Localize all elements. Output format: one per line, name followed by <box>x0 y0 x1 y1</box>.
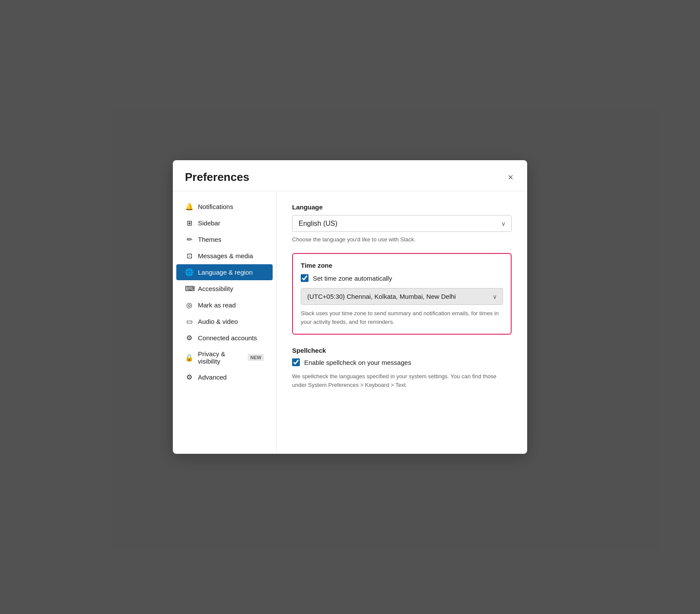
sidebar-item-themes[interactable]: ✏ Themes <box>176 231 273 247</box>
timezone-title: Time zone <box>301 262 503 269</box>
sidebar-label-privacy-visibility: Privacy & visibility <box>198 350 242 365</box>
preferences-modal: Preferences × 🔔 Notifications ⊞ Sidebar … <box>173 160 527 454</box>
sidebar-item-sidebar[interactable]: ⊞ Sidebar <box>176 215 273 231</box>
spellcheck-label[interactable]: Enable spellcheck on your messages <box>304 359 411 366</box>
sidebar-item-advanced[interactable]: ⚙ Advanced <box>176 369 273 385</box>
timezone-select-wrapper: (UTC+05:30) Chennai, Kolkata, Mumbai, Ne… <box>301 288 503 305</box>
sidebar-label-themes: Themes <box>198 236 221 243</box>
sidebar-label-connected-accounts: Connected accounts <box>198 334 257 342</box>
timezone-hint: Slack uses your time zone to send summar… <box>301 309 503 326</box>
sidebar-label-notifications: Notifications <box>198 203 233 210</box>
spellcheck-section: Spellcheck Enable spellcheck on your mes… <box>292 347 512 389</box>
mark-read-icon: ◎ <box>185 301 194 309</box>
sidebar-item-accessibility[interactable]: ⌨ Accessibility <box>176 281 273 297</box>
main-content: Language English (US) English (UK) Franç… <box>277 191 527 454</box>
sidebar-label-accessibility: Accessibility <box>198 285 233 292</box>
modal-body: 🔔 Notifications ⊞ Sidebar ✏ Themes ⊡ Mes… <box>173 191 527 454</box>
sidebar-item-messages-media[interactable]: ⊡ Messages & media <box>176 248 273 264</box>
spellcheck-hint: We spellcheck the languages specified in… <box>292 372 512 389</box>
sidebar-icon: ⊞ <box>185 219 194 227</box>
modal-overlay: Preferences × 🔔 Notifications ⊞ Sidebar … <box>0 0 700 614</box>
auto-timezone-checkbox[interactable] <box>301 274 309 282</box>
themes-icon: ✏ <box>185 235 194 244</box>
language-select[interactable]: English (US) English (UK) Français Deuts… <box>292 215 512 232</box>
bell-icon: 🔔 <box>185 203 194 211</box>
spellcheck-checkbox[interactable] <box>292 358 300 366</box>
sidebar-label-messages-media: Messages & media <box>198 252 253 260</box>
language-hint: Choose the language you'd like to use wi… <box>292 236 512 243</box>
auto-timezone-label[interactable]: Set time zone automatically <box>313 275 392 282</box>
sidebar-label-advanced: Advanced <box>198 373 227 381</box>
spellcheck-row: Enable spellcheck on your messages <box>292 358 512 366</box>
sidebar-item-language-region[interactable]: 🌐 Language & region <box>176 264 273 280</box>
language-title: Language <box>292 203 512 211</box>
modal-title: Preferences <box>185 171 249 184</box>
sidebar-item-notifications[interactable]: 🔔 Notifications <box>176 199 273 215</box>
new-badge: NEW <box>248 354 264 361</box>
sidebar-item-mark-as-read[interactable]: ◎ Mark as read <box>176 297 273 313</box>
connected-accounts-icon: ⚙ <box>185 334 194 342</box>
language-section: Language English (US) English (UK) Franç… <box>292 203 512 243</box>
globe-icon: 🌐 <box>185 268 194 276</box>
sidebar-item-privacy-visibility[interactable]: 🔒 Privacy & visibility NEW <box>176 346 273 369</box>
timezone-select[interactable]: (UTC+05:30) Chennai, Kolkata, Mumbai, Ne… <box>301 288 503 305</box>
sidebar: 🔔 Notifications ⊞ Sidebar ✏ Themes ⊡ Mes… <box>173 191 277 454</box>
auto-timezone-row: Set time zone automatically <box>301 274 503 282</box>
messages-icon: ⊡ <box>185 252 194 260</box>
modal-header: Preferences × <box>173 160 527 191</box>
sidebar-item-audio-video[interactable]: ▭ Audio & video <box>176 313 273 329</box>
sidebar-label-mark-as-read: Mark as read <box>198 301 236 309</box>
sidebar-label-audio-video: Audio & video <box>198 318 238 325</box>
language-select-wrapper: English (US) English (UK) Français Deuts… <box>292 215 512 232</box>
spellcheck-title: Spellcheck <box>292 347 512 354</box>
sidebar-label-sidebar: Sidebar <box>198 219 220 227</box>
advanced-icon: ⚙ <box>185 373 194 381</box>
sidebar-label-language-region: Language & region <box>198 269 253 276</box>
sidebar-item-connected-accounts[interactable]: ⚙ Connected accounts <box>176 330 273 346</box>
audio-video-icon: ▭ <box>185 317 194 326</box>
privacy-icon: 🔒 <box>185 354 194 362</box>
accessibility-icon: ⌨ <box>185 285 194 293</box>
close-button[interactable]: × <box>506 171 515 184</box>
timezone-section: Time zone Set time zone automatically (U… <box>292 253 512 335</box>
